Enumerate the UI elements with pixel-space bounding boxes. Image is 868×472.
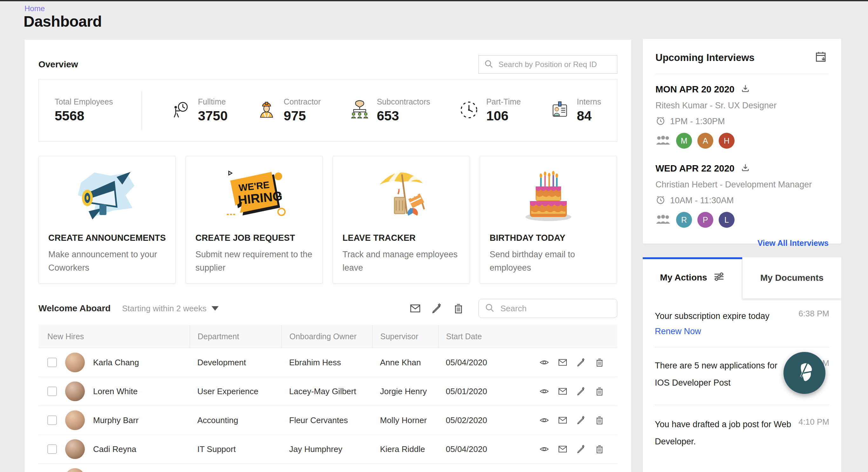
delete-icon[interactable] (594, 386, 604, 397)
column-header: New Hires (38, 325, 190, 348)
overview-header: Overview (38, 55, 617, 74)
download-icon[interactable] (740, 84, 750, 95)
create-announcements-card[interactable]: CREATE ANNOUNCEMENTS Make announcement t… (38, 156, 176, 284)
start-date-cell: 05/01/2020 (438, 386, 529, 397)
avatar (65, 468, 85, 472)
position-search[interactable] (478, 55, 617, 74)
avatar (65, 381, 85, 401)
stat-label: Part-Time (486, 97, 521, 106)
stat-label: Total Employees (55, 97, 113, 106)
tab-my-documents[interactable]: My Documents (742, 257, 841, 298)
row-checkbox[interactable] (47, 444, 57, 454)
column-header: Supervisor (372, 325, 438, 348)
onboarding-owner-cell: Fleur Cervantes (281, 415, 372, 425)
card-title: CREATE ANNOUNCEMENTS (48, 233, 166, 243)
table-header-row: New Hires Department Onboarding Owner Su… (38, 325, 617, 348)
view-icon[interactable] (539, 386, 549, 397)
leave-tracker-card[interactable]: LEAVE TRACKER Track and manage employees… (333, 156, 470, 284)
calendar-export-icon[interactable] (815, 50, 829, 65)
row-checkbox[interactable] (47, 415, 57, 425)
quick-action-cards: CREATE ANNOUNCEMENTS Make announcement t… (38, 156, 617, 284)
tab-label: My Documents (760, 273, 824, 283)
new-hires-search-input[interactable] (500, 303, 611, 314)
edit-icon[interactable] (576, 386, 586, 397)
stat-total-employees: Total Employees 5568 (55, 97, 113, 124)
row-checkbox[interactable] (47, 386, 57, 396)
assistant-floating-badge[interactable] (783, 352, 826, 394)
delete-icon[interactable] (594, 444, 604, 454)
tab-my-actions[interactable]: My Actions (643, 257, 742, 296)
row-checkbox[interactable] (47, 358, 57, 367)
action-text: There are 5 new applications for IOS Dev… (655, 357, 792, 391)
attendee-avatar[interactable]: L (719, 212, 735, 228)
attendee-avatar[interactable]: A (698, 133, 713, 149)
email-icon[interactable] (558, 357, 568, 368)
attendee-avatar[interactable]: H (719, 133, 735, 149)
stat-value: 975 (284, 108, 321, 124)
beach-illustration (342, 161, 460, 229)
attendee-avatar[interactable]: M (676, 133, 692, 149)
action-item: Your subscription expire today 6:38 PM R… (655, 298, 829, 347)
new-hire-name: Murphy Barr (93, 415, 138, 425)
email-icon[interactable] (558, 386, 568, 397)
attendee-avatar[interactable]: R (676, 212, 692, 228)
start-date-cell: 05/02/2020 (438, 415, 529, 425)
starting-filter-dropdown[interactable]: Starting within 2 weeks (122, 304, 219, 314)
interview-entry: WED APR 22 2020 Christian Hebert - Devel… (655, 163, 829, 228)
delete-icon[interactable] (594, 357, 604, 368)
edit-icon[interactable] (576, 444, 586, 454)
interview-date: MON APR 20 2020 (655, 84, 735, 95)
new-hires-search[interactable] (478, 299, 617, 318)
position-search-input[interactable] (498, 60, 612, 69)
department-cell: IT Support (190, 444, 281, 454)
chevron-down-icon (212, 306, 219, 311)
filter-sliders-icon[interactable] (713, 271, 725, 285)
stat-contractor: Contractor 975 (256, 97, 321, 124)
bulk-edit-button[interactable] (431, 303, 443, 314)
onboarding-owner-cell: Lacey-May Gilbert (281, 386, 372, 397)
interview-time: 1PM - 1:30PM (670, 117, 725, 126)
breadcrumb-home-link[interactable]: Home (25, 4, 45, 13)
email-icon[interactable] (558, 415, 568, 425)
divider (655, 74, 829, 74)
create-job-request-card[interactable]: WE'RE HIRING CREATE JOB REQUEST Submit n… (186, 156, 323, 284)
attendees-group-icon (655, 214, 671, 226)
download-icon[interactable] (740, 163, 750, 174)
stat-value: 5568 (55, 108, 113, 124)
action-time: 6:38 PM (799, 309, 829, 319)
interview-time: 10AM - 11:30AM (670, 196, 734, 206)
email-icon[interactable] (558, 444, 568, 454)
new-hire-name: Karla Chang (93, 358, 139, 368)
delete-icon[interactable] (594, 415, 604, 425)
stat-label: Subcontractors (377, 97, 430, 106)
action-item: You have drafted a job post for Web Deve… (655, 405, 829, 463)
card-title: LEAVE TRACKER (342, 233, 460, 243)
supervisor-cell: Kiera Riddle (372, 444, 438, 454)
renew-now-link[interactable]: Renew Now (655, 326, 701, 336)
view-all-interviews-link[interactable]: View All Interviews (655, 239, 829, 248)
supervisor-cell: Molly Horner (372, 415, 438, 425)
construction-worker-icon (256, 100, 277, 121)
stat-interns: Interns 84 (550, 97, 601, 124)
birthday-today-card[interactable]: BIRTHDAY TODAY Send birthday email to em… (480, 156, 617, 284)
onboarding-owner-cell: Ebrahim Hess (281, 358, 372, 368)
view-icon[interactable] (539, 415, 549, 425)
bulk-delete-button[interactable] (453, 303, 465, 314)
welcome-aboard-header: Welcome Aboard Starting within 2 weeks (38, 299, 617, 318)
were-hiring-illustration: WE'RE HIRING (195, 161, 313, 229)
interview-candidate: Ritesh Kumar - Sr. UX Designer (655, 101, 829, 111)
supervisor-cell: Anne Khan (372, 358, 438, 368)
supervisor-cell: Jorgie Henry (372, 386, 438, 397)
department-cell: User Experience (190, 386, 281, 397)
attendee-avatar[interactable]: P (698, 212, 713, 228)
view-icon[interactable] (539, 357, 549, 368)
attendees-group-icon (655, 135, 671, 147)
view-icon[interactable] (539, 444, 549, 454)
edit-icon[interactable] (576, 357, 586, 368)
edit-icon[interactable] (576, 415, 586, 425)
card-title: CREATE JOB REQUEST (195, 233, 313, 243)
table-row: Murphy Barr Accounting Fleur Cervantes M… (38, 406, 617, 435)
bulk-email-button[interactable] (409, 303, 421, 314)
search-icon (484, 59, 493, 70)
stat-subcontractors: Subcontractors 653 (349, 97, 430, 124)
